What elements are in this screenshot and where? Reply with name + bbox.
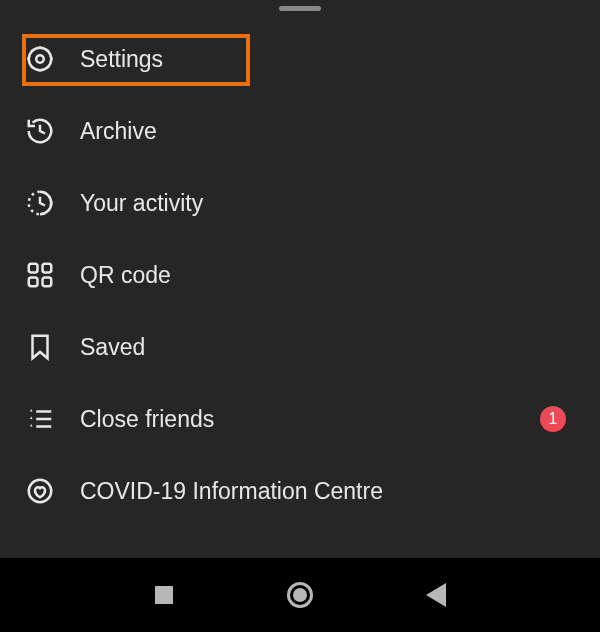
menu-list: Settings Archive Your activity QR code S… <box>0 23 600 527</box>
svg-marker-11 <box>30 417 33 420</box>
svg-rect-4 <box>43 264 52 273</box>
bookmark-icon <box>24 331 56 363</box>
home-button[interactable] <box>287 582 313 608</box>
qr-icon <box>24 259 56 291</box>
menu-item-saved[interactable]: Saved <box>4 311 596 383</box>
menu-item-settings[interactable]: Settings <box>4 23 596 95</box>
settings-icon <box>24 43 56 75</box>
svg-point-1 <box>36 55 44 63</box>
recent-apps-button[interactable] <box>151 582 177 608</box>
svg-rect-6 <box>43 278 52 287</box>
svg-point-13 <box>29 480 52 503</box>
heart-circle-icon <box>24 475 56 507</box>
menu-label-close-friends: Close friends <box>80 406 214 433</box>
svg-rect-5 <box>29 278 38 287</box>
menu-item-archive[interactable]: Archive <box>4 95 596 167</box>
menu-label-saved: Saved <box>80 334 145 361</box>
menu-item-activity[interactable]: Your activity <box>4 167 596 239</box>
drag-handle[interactable] <box>279 6 321 11</box>
back-button[interactable] <box>423 582 449 608</box>
menu-item-covid[interactable]: COVID-19 Information Centre <box>4 455 596 527</box>
svg-rect-3 <box>29 264 38 273</box>
close-friends-icon <box>24 403 56 435</box>
menu-label-settings: Settings <box>80 46 163 73</box>
menu-label-activity: Your activity <box>80 190 203 217</box>
svg-point-0 <box>29 48 52 71</box>
menu-item-qr[interactable]: QR code <box>4 239 596 311</box>
android-navigation-bar <box>0 558 600 632</box>
menu-label-covid: COVID-19 Information Centre <box>80 478 383 505</box>
svg-marker-10 <box>30 409 33 412</box>
svg-marker-12 <box>30 424 33 427</box>
menu-label-archive: Archive <box>80 118 157 145</box>
menu-label-qr: QR code <box>80 262 171 289</box>
menu-item-close-friends[interactable]: Close friends 1 <box>4 383 596 455</box>
activity-icon <box>24 187 56 219</box>
archive-icon <box>24 115 56 147</box>
badge-close-friends: 1 <box>540 406 566 432</box>
